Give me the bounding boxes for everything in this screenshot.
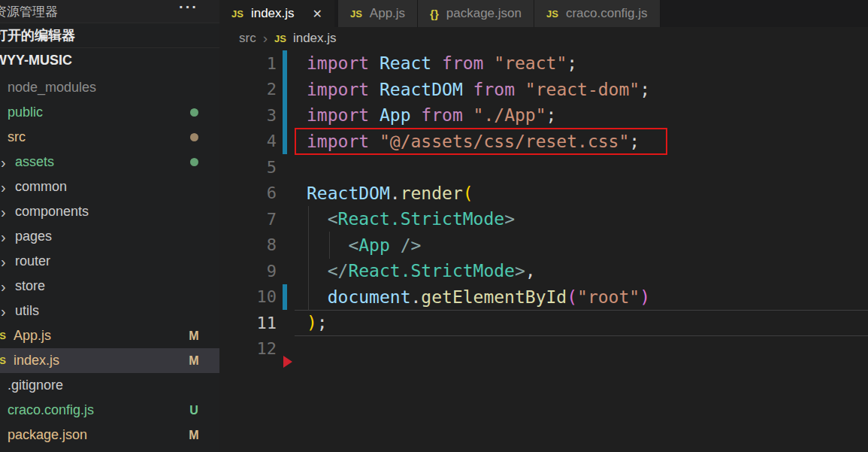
vscode-window: 资源管理器 ··· 打开的编辑器 WYY-MUSIC node_modulesp… (0, 0, 868, 452)
annotation-arrow-icon (283, 356, 292, 368)
tree-item-store[interactable]: ›store (0, 274, 219, 299)
code-line-10[interactable]: 10 document.getElementById("root") (219, 284, 868, 311)
tab-package.json[interactable]: {}package.json (418, 0, 534, 27)
code-text: <App /> (287, 235, 421, 255)
tree-item-utils[interactable]: ›utils (0, 299, 219, 323)
token: "./App" (473, 105, 546, 125)
token: from (473, 80, 515, 99)
tree-item-App.js[interactable]: JSApp.jsM (0, 323, 219, 348)
tree-item-.gitignore[interactable]: .gitignore (0, 373, 219, 398)
tab-label: craco.config.js (566, 6, 648, 21)
chevron-right-icon: › (0, 229, 15, 244)
token: > (515, 261, 525, 281)
js-file-icon: JS (350, 8, 362, 20)
tree-item-label: router (15, 253, 50, 269)
ellipsis-icon[interactable]: ··· (179, 0, 198, 16)
js-file-icon: JS (0, 355, 14, 366)
tree-item-src[interactable]: src (0, 125, 219, 150)
tab-craco.config.js[interactable]: JScraco.config.js (534, 0, 661, 27)
token (390, 235, 401, 255)
chevron-right-icon: › (0, 254, 15, 269)
code-line-8[interactable]: 8 <App /> (219, 232, 868, 259)
line-number: 4 (219, 132, 277, 150)
tree-item-router[interactable]: ›router (0, 249, 219, 274)
code-line-11[interactable]: 11); (219, 310, 868, 336)
line-number: 11 (219, 314, 277, 332)
tree-item-label: index.js (14, 353, 59, 369)
code-line-4[interactable]: 4import "@/assets/css/reset.css"; (219, 129, 868, 155)
tab-App.js[interactable]: JSApp.js (338, 0, 418, 27)
code-line-12[interactable]: 12 (219, 336, 868, 363)
open-editors-label: 打开的编辑器 (0, 26, 75, 44)
token: from (442, 53, 483, 73)
token: ) (640, 287, 650, 307)
section-open-editors[interactable]: 打开的编辑器 (0, 23, 219, 47)
token: < (328, 209, 338, 229)
tree-item-components[interactable]: ›components (0, 199, 219, 224)
token: ReactDOM (307, 184, 390, 203)
tab-index.js[interactable]: JSindex.js✕ (219, 0, 334, 27)
section-project[interactable]: WYY-MUSIC (0, 47, 219, 72)
tree-item-pages[interactable]: ›pages (0, 224, 219, 249)
js-file-icon: JS (0, 330, 14, 341)
token: "root" (577, 287, 640, 307)
token (369, 53, 380, 73)
code-line-5[interactable]: 5 (219, 154, 868, 180)
token: ; (640, 80, 650, 99)
line-number: 7 (219, 210, 277, 229)
tree-item-label: .gitignore (8, 378, 63, 393)
token: ( (567, 287, 577, 307)
tree-item-common[interactable]: ›common (0, 174, 219, 199)
tree-item-label: src (8, 129, 26, 145)
tree-item-label: store (15, 278, 45, 294)
code-text: import React from "react"; (287, 53, 577, 73)
tree-item-assets[interactable]: ›assets (0, 150, 219, 174)
token (307, 209, 328, 229)
tree-item-public[interactable]: public (0, 100, 219, 125)
code-editor[interactable]: 1import React from "react";2import React… (219, 50, 868, 452)
chevron-right-icon: › (0, 279, 15, 294)
token (369, 132, 380, 151)
tree-item-craco.config.js[interactable]: craco.config.jsU (0, 398, 219, 423)
line-number: 8 (219, 235, 277, 254)
code-line-3[interactable]: 3import App from "./App"; (219, 102, 868, 129)
code-line-1[interactable]: 1import React from "react"; (219, 50, 868, 77)
token: ; (567, 53, 577, 73)
code-line-2[interactable]: 2import ReactDOM from "react-dom"; (219, 77, 868, 103)
tree-item-label: craco.config.js (8, 402, 94, 418)
breadcrumb-file[interactable]: index.js (293, 31, 337, 46)
token: ; (317, 313, 328, 332)
tree-item-index.js[interactable]: JSindex.jsM (0, 348, 219, 373)
tree-item-node-modules[interactable]: node_modules (0, 75, 219, 100)
token: ReactDOM (380, 80, 463, 99)
token: ; (629, 132, 640, 151)
token (369, 80, 380, 99)
tree-item-package.json[interactable]: package.jsonM (0, 423, 219, 447)
git-status-dot (190, 133, 198, 141)
tab-label: App.js (370, 6, 405, 21)
token: , (525, 261, 536, 281)
code-line-7[interactable]: 7 <React.StrictMode> (219, 206, 868, 232)
tab-label: index.js (251, 6, 295, 21)
line-number: 12 (219, 339, 277, 358)
close-icon[interactable]: ✕ (313, 7, 322, 21)
code-line-6[interactable]: 6ReactDOM.render( (219, 180, 868, 207)
code-text: </React.StrictMode>, (287, 261, 536, 281)
code-line-9[interactable]: 9 </React.StrictMode>, (219, 258, 868, 284)
token (411, 105, 422, 125)
tab-label: package.json (446, 6, 522, 21)
line-number: 1 (219, 54, 277, 73)
token: import (307, 105, 369, 125)
git-status-badge: U (188, 404, 200, 417)
chevron-right-icon: › (0, 205, 15, 220)
tree-item-label: App.js (14, 328, 51, 344)
js-file-icon: JS (231, 8, 243, 20)
current-line-highlight (295, 310, 868, 336)
token (463, 80, 473, 99)
token: import (307, 53, 369, 73)
project-label: WYY-MUSIC (0, 53, 72, 68)
breadcrumb-folder[interactable]: src (239, 31, 256, 46)
token: React.StrictMode (338, 209, 505, 229)
chevron-right-icon: › (0, 155, 15, 170)
token (483, 53, 494, 73)
